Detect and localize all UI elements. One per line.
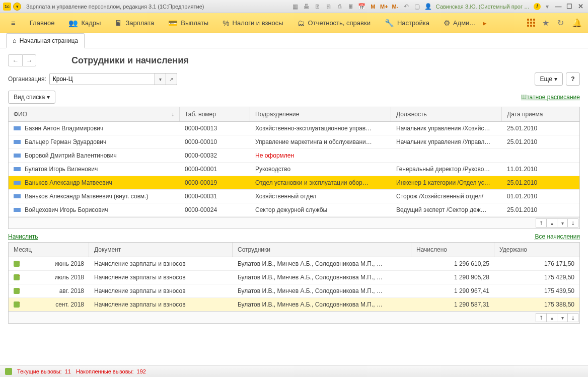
maximize-button[interactable]: ☐ — [565, 3, 574, 11]
memory-m-plus-icon[interactable]: M+ — [380, 2, 389, 11]
table-row[interactable]: июль 2018Начисление зарплаты и взносовБу… — [9, 271, 579, 284]
col-fio[interactable]: ФИО↓ — [9, 107, 180, 121]
grid-bot-last-button[interactable]: ⤓ — [567, 313, 578, 322]
grid-bot-down-button[interactable]: ▾ — [557, 313, 568, 322]
menu-payments[interactable]: 💳Выплаты — [161, 13, 215, 33]
menu-salary[interactable]: 🖩Зарплата — [108, 13, 161, 33]
table-row[interactable]: авг. 2018Начисление зарплаты и взносовБу… — [9, 284, 579, 298]
memory-m-icon[interactable]: M — [369, 2, 378, 11]
schedule-link[interactable]: Штатное расписание — [521, 94, 580, 101]
document-icon — [14, 288, 20, 294]
org-input[interactable] — [49, 73, 155, 85]
panel-icon[interactable]: ▢ — [413, 2, 422, 11]
save-icon[interactable]: ⎘ — [324, 2, 333, 11]
table-row[interactable]: Булатов Игорь Виленович0000-00001Руковод… — [9, 163, 579, 176]
cell-dept: Хозяйственно-эксплуатационное управ… — [250, 122, 391, 135]
cell-doc: Начисление зарплаты и взносов — [89, 257, 233, 270]
menu-overflow-icon[interactable]: ▸ — [483, 19, 487, 28]
percent-icon: % — [223, 19, 229, 27]
cell-hiredate: 25.01.2010 — [502, 135, 579, 148]
col-accrued[interactable]: Начислено — [411, 243, 494, 257]
menu-main[interactable]: Главное — [23, 13, 62, 33]
org-combo: ▾ ↗ — [49, 73, 177, 85]
calc-icon[interactable]: 🖩 — [346, 2, 355, 11]
cell-doc: Начисление зарплаты и взносов — [89, 271, 233, 284]
cell-tabno: 0000-00010 — [180, 135, 250, 148]
document-icon — [14, 261, 20, 267]
employee-icon — [14, 181, 21, 185]
view-mode-button[interactable]: Вид списка▾ — [8, 91, 55, 104]
cell-month: июль 2018 — [24, 274, 84, 281]
doc-icon[interactable]: 🗎 — [313, 2, 322, 11]
cell-accrued: 1 290 587,31 — [411, 298, 494, 311]
app-menu-dropdown[interactable]: ▾ — [13, 3, 21, 11]
employee-icon — [14, 167, 21, 171]
cell-hiredate — [502, 149, 579, 162]
nav-back-button[interactable]: ← — [8, 54, 22, 66]
apps-grid-icon[interactable] — [527, 19, 536, 28]
table-row[interactable]: Ваньков Александр Матвеевич0000-00019Отд… — [9, 176, 579, 190]
col-withheld[interactable]: Удержано — [494, 243, 579, 257]
calendar-icon[interactable]: 📅 — [357, 2, 366, 11]
nav-forward-button[interactable]: → — [22, 54, 36, 66]
print-icon[interactable]: 🖶 — [302, 2, 311, 11]
notifications-icon[interactable]: 🔔 — [570, 18, 584, 28]
accrue-link[interactable]: Начислить — [8, 233, 38, 240]
minimize-button[interactable]: — — [554, 3, 563, 11]
grid-top-last-button[interactable]: ⤓ — [567, 218, 578, 228]
menu-reports[interactable]: 🗂Отчетность, справки — [290, 13, 378, 33]
menu-settings[interactable]: 🔧Настройка — [378, 13, 436, 33]
grid-top-first-button[interactable]: ⤒ — [536, 218, 547, 228]
statusbar: Текущие вызовы: 11 Накопленные вызовы: 1… — [0, 365, 588, 377]
app-logo: 1c — [3, 3, 11, 11]
app-title: Зарплата и управление персоналом, редакц… — [26, 4, 204, 10]
memory-m-minus-icon[interactable]: M- — [391, 2, 400, 11]
history-icon[interactable]: ↻ — [555, 18, 566, 28]
info-dropdown[interactable]: ▾ — [543, 2, 552, 11]
col-emp[interactable]: Сотрудники — [233, 243, 411, 257]
hamburger-icon: ≡ — [11, 19, 16, 27]
grid-top-down-button[interactable]: ▾ — [557, 218, 568, 228]
col-tabno[interactable]: Таб. номер — [180, 107, 250, 121]
table-row[interactable]: июнь 2018Начисление зарплаты и взносовБу… — [9, 257, 579, 271]
chevron-down-icon: ▾ — [554, 76, 557, 83]
info-icon[interactable]: i — [534, 3, 541, 10]
table-row[interactable]: Ваньков Александр Матвеевич (внут. совм.… — [9, 190, 579, 203]
employee-icon — [14, 194, 21, 198]
table-row[interactable]: Войцехович Игорь Борисович0000-00024Сект… — [9, 203, 579, 217]
status-icon — [5, 368, 12, 375]
cell-hiredate: 25.01.2010 — [502, 176, 579, 189]
table-row[interactable]: Боровой Дмитрий Валентинович0000-00032Не… — [9, 149, 579, 163]
people-icon: 👥 — [68, 19, 78, 28]
menu-hamburger[interactable]: ≡ — [4, 13, 23, 33]
all-accruals-link[interactable]: Все начисления — [535, 233, 580, 240]
user-name[interactable]: Савинская З.Ю. (Системный прог … — [436, 4, 530, 10]
copy-icon[interactable]: ⎙ — [335, 2, 344, 11]
org-open-button[interactable]: ↗ — [166, 73, 177, 85]
db-icon[interactable]: ▦ — [291, 2, 300, 11]
back-icon[interactable]: ↶ — [402, 2, 411, 11]
favorites-icon[interactable]: ★ — [540, 18, 551, 28]
col-doc[interactable]: Документ — [89, 243, 233, 257]
col-month[interactable]: Месяц — [9, 243, 89, 257]
col-position[interactable]: Должность — [391, 107, 502, 121]
wallet-icon: 💳 — [168, 19, 178, 28]
grid-bot-first-button[interactable]: ⤒ — [536, 313, 547, 322]
table-row[interactable]: сент. 2018Начисление зарплаты и взносовБ… — [9, 298, 579, 312]
table-row[interactable]: Базин Антон Владимирович0000-00013Хозяйс… — [9, 122, 579, 135]
grid-top-up-button[interactable]: ▴ — [546, 218, 557, 228]
help-button[interactable]: ? — [566, 72, 580, 86]
col-hiredate[interactable]: Дата приема — [502, 107, 579, 121]
col-dept[interactable]: Подразделение — [250, 107, 391, 121]
menu-admin[interactable]: ⚙Адми… — [436, 13, 483, 33]
tab-home[interactable]: ⌂ Начальная страница — [6, 33, 85, 48]
menu-staff[interactable]: 👥Кадры — [61, 13, 108, 33]
table-row[interactable]: Бальцер Герман Эдуардович0000-00010Управ… — [9, 135, 579, 149]
gear-icon: ⚙ — [444, 19, 450, 28]
grid-bot-up-button[interactable]: ▴ — [546, 313, 557, 322]
document-icon — [14, 301, 20, 308]
menu-taxes[interactable]: %Налоги и взносы — [215, 13, 290, 33]
more-button[interactable]: Еще▾ — [535, 72, 563, 86]
org-dropdown-button[interactable]: ▾ — [155, 73, 166, 85]
close-button[interactable]: ✕ — [576, 3, 585, 11]
